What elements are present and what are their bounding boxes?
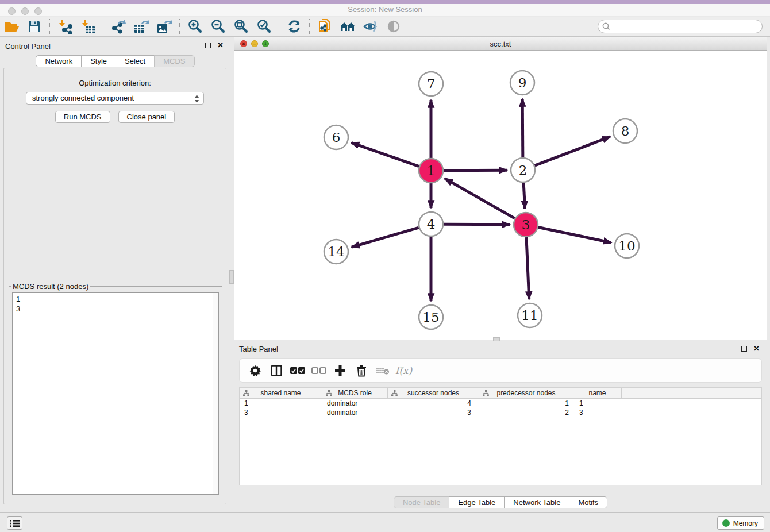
zoom-fit-button[interactable]: [229, 18, 252, 35]
cell-shared-name: 1: [240, 399, 322, 407]
table-close-icon[interactable]: ✕: [753, 344, 760, 353]
close-panel-button[interactable]: Close panel: [118, 111, 175, 123]
export-table-icon: [133, 19, 149, 34]
graph-node-label: 1: [427, 163, 436, 178]
graph-node-label: 2: [519, 163, 528, 178]
memory-label: Memory: [733, 519, 758, 527]
refresh-layout-icon: [287, 19, 302, 34]
eye-disabled-icon: [386, 20, 401, 33]
tab-network[interactable]: Network: [36, 55, 82, 67]
import-table-button[interactable]: [76, 18, 99, 35]
apply-layout-button[interactable]: [283, 18, 306, 35]
add-column-button[interactable]: [329, 362, 351, 379]
delete-table-button-disabled: [372, 362, 393, 379]
graph-edge-1-6[interactable]: [351, 142, 419, 166]
task-history-button[interactable]: [7, 516, 22, 530]
columns-icon: [271, 365, 282, 376]
column-header-name[interactable]: name: [573, 388, 622, 398]
column-label: predecessor nodes: [496, 389, 555, 397]
zoom-selected-icon: [256, 19, 271, 34]
import-table-icon: [80, 19, 95, 34]
tab-mcds[interactable]: MCDS: [154, 55, 194, 67]
graph-edge-2-9[interactable]: [522, 99, 523, 157]
network-window-titlebar[interactable]: × − + scc.txt: [234, 37, 767, 51]
export-network-button[interactable]: [107, 18, 130, 35]
table-header-row: shared name MCDS role successor nodes pr…: [240, 388, 761, 399]
column-header-predecessor-nodes[interactable]: predecessor nodes: [479, 388, 573, 398]
zoom-selected-button[interactable]: [252, 18, 275, 35]
network-canvas[interactable]: 7968124314101511: [234, 51, 767, 340]
deselect-all-rows-button[interactable]: [308, 362, 329, 379]
mcds-result-group: MCDS result (2 nodes) 1 3: [9, 282, 222, 499]
cell-mcds-role: dominator: [322, 399, 388, 407]
graph-edge-4-14[interactable]: [352, 228, 419, 247]
optimization-criterion-select[interactable]: strongly connected component: [26, 92, 204, 105]
graph-edge-4-3[interactable]: [444, 224, 510, 225]
import-network-button[interactable]: [53, 18, 76, 35]
show-all-button[interactable]: [382, 18, 405, 35]
tab-style[interactable]: Style: [81, 55, 116, 67]
graph-node-label: 9: [518, 75, 527, 90]
zoom-in-button[interactable]: [183, 18, 206, 35]
table-panel: Table Panel ✕: [233, 342, 768, 511]
column-label: shared name: [260, 389, 301, 397]
open-session-button[interactable]: [0, 18, 23, 35]
cell-shared-name: 3: [240, 408, 322, 417]
column-header-successor-nodes[interactable]: successor nodes: [388, 388, 479, 398]
node-table: shared name MCDS role successor nodes pr…: [239, 387, 762, 485]
float-panel-icon[interactable]: [205, 43, 211, 48]
graph-node-label: 11: [521, 308, 538, 323]
first-neighbors-button[interactable]: [336, 18, 359, 35]
export-table-button[interactable]: [130, 18, 153, 35]
run-mcds-button[interactable]: Run MCDS: [55, 111, 110, 123]
column-header-shared-name[interactable]: shared name: [240, 388, 322, 398]
clone-network-button[interactable]: [313, 18, 336, 35]
tab-motifs[interactable]: Motifs: [569, 496, 607, 508]
tab-network-table[interactable]: Network Table: [504, 496, 569, 508]
vertical-splitter-grip[interactable]: [229, 270, 234, 284]
control-panel-title: Control Panel: [5, 42, 51, 51]
select-all-rows-button[interactable]: [287, 362, 308, 379]
zoom-in-icon: [187, 19, 202, 34]
graph-node-label: 10: [618, 238, 635, 253]
show-columns-button[interactable]: [265, 362, 287, 379]
graph-edge-3-10[interactable]: [538, 228, 611, 243]
table-float-icon[interactable]: [741, 346, 747, 352]
network-window-title: scc.txt: [234, 40, 767, 48]
column-header-mcds-role[interactable]: MCDS role: [322, 388, 388, 398]
graph-edge-2-8[interactable]: [535, 137, 610, 165]
memory-button[interactable]: Memory: [717, 516, 764, 530]
import-network-icon: [57, 19, 72, 34]
hide-selected-button[interactable]: [359, 18, 382, 35]
delete-table-icon: [376, 366, 390, 375]
function-builder-button-disabled: f(x): [393, 362, 414, 379]
graph-edge-1-2[interactable]: [444, 170, 507, 171]
unchecked-boxes-icon: [311, 367, 326, 375]
network-view-window: × − + scc.txt 7968124314101511: [234, 37, 767, 340]
table-settings-button[interactable]: [244, 362, 265, 379]
delete-column-button[interactable]: [351, 362, 372, 379]
toolbar-separator: [309, 19, 310, 34]
graph-edge-3-11[interactable]: [526, 237, 529, 299]
graph-edge-2-3[interactable]: [523, 183, 525, 209]
zoom-out-button[interactable]: [206, 18, 229, 35]
optimization-criterion-label: Optimization criterion:: [4, 79, 226, 87]
close-panel-icon[interactable]: ✕: [217, 41, 224, 49]
result-scrollbar[interactable]: [213, 293, 218, 494]
chevron-updown-icon: [194, 94, 199, 103]
network-graph[interactable]: 7968124314101511: [234, 51, 767, 340]
graph-edge-3-1[interactable]: [445, 179, 515, 218]
graph-node-label: 4: [427, 217, 436, 232]
plus-icon: [334, 365, 346, 376]
graph-node-label: 7: [427, 76, 436, 91]
export-image-button[interactable]: [153, 18, 176, 35]
search-input[interactable]: [613, 21, 762, 32]
eye-slash-icon: [363, 20, 379, 33]
tab-edge-table[interactable]: Edge Table: [449, 496, 505, 508]
horizontal-splitter-grip[interactable]: [493, 337, 500, 341]
table-row[interactable]: 3 dominator 3 2 3: [240, 408, 761, 417]
table-row[interactable]: 1 dominator 4 1 1: [240, 399, 761, 408]
tab-select[interactable]: Select: [116, 55, 155, 67]
save-session-button[interactable]: [23, 18, 46, 35]
tab-node-table[interactable]: Node Table: [394, 496, 450, 508]
